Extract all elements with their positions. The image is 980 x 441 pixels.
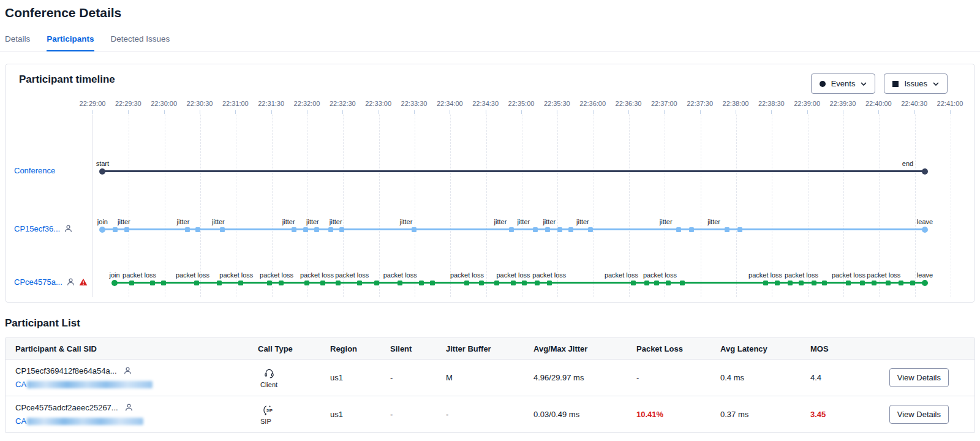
event-marker-issue[interactable] [788,281,793,285]
event-marker-jitter[interactable] [725,227,729,232]
gridline [129,115,129,297]
view-details-button[interactable]: View Details [889,405,949,424]
event-marker-jitter[interactable] [533,227,538,232]
event-marker-issue[interactable] [775,281,780,285]
call-sid-line: CA [15,380,258,389]
event-marker-jitter[interactable] [509,227,514,232]
event-marker-issue[interactable] [479,281,484,285]
call-sid-link[interactable]: CA [15,380,26,389]
event-marker-issue[interactable] [689,227,694,232]
event-marker-issue[interactable] [430,281,435,285]
participant-link[interactable]: CPce4575a... [14,277,62,287]
event-label: packet loss [335,271,369,279]
event-marker-issue[interactable] [150,281,155,285]
event-marker-issue[interactable] [195,227,200,232]
event-marker-issue[interactable] [822,281,827,285]
gridline [557,115,558,297]
event-marker-end[interactable] [922,168,928,175]
event-marker-issue[interactable] [419,281,424,285]
event-marker-issue[interactable] [644,281,649,285]
axis-tickmark [878,110,879,114]
issues-dropdown[interactable]: Issues [884,74,948,94]
event-marker-packet-loss[interactable] [194,281,199,285]
participant-table-head: Participant & Call SIDCall TypeRegionSil… [6,338,974,360]
timeline-row-label: CP15ecf36... [6,223,73,234]
participant-link[interactable]: CP15ecf36... [14,224,60,233]
axis-tick-label: 22:38:30 [758,100,785,107]
event-marker-packet-loss[interactable] [547,281,552,285]
axis-tickmark [307,110,307,114]
event-marker-packet-loss[interactable] [238,281,243,285]
event-marker-packet-loss[interactable] [886,281,891,285]
event-marker-issue[interactable] [545,227,550,232]
participant-link[interactable]: Conference [14,166,55,175]
event-marker-issue[interactable] [113,227,118,232]
event-marker-issue[interactable] [910,281,915,285]
event-marker-issue[interactable] [217,281,222,285]
event-marker-jitter[interactable] [220,227,225,232]
event-marker-issue[interactable] [374,281,379,285]
event-marker-issue[interactable] [872,281,876,285]
event-marker-issue[interactable] [680,281,685,285]
timeline-row-label: CPce4575a... [6,276,88,287]
event-marker-jitter[interactable] [339,227,344,232]
event-marker-issue[interactable] [328,227,333,232]
event-marker-packet-loss[interactable] [763,281,768,285]
event-marker-jitter[interactable] [412,227,417,232]
event-marker-issue[interactable] [336,281,341,285]
tab-participants[interactable]: Participants [47,29,94,51]
event-marker-packet-loss[interactable] [398,281,402,285]
event-marker-jitter[interactable] [588,227,593,232]
event-marker-issue[interactable] [737,227,742,232]
event-marker-issue[interactable] [535,281,540,285]
event-label: packet loss [532,271,566,279]
events-dropdown[interactable]: Events [811,74,876,94]
gridline [200,115,201,297]
event-marker-start[interactable] [99,168,105,175]
event-marker-packet-loss[interactable] [631,281,636,285]
avg-max-jitter-cell: 0.03/0.49 ms [533,410,636,419]
axis-tick-label: 22:36:00 [579,100,606,107]
person-icon [124,403,134,412]
call-type-cell: SIPSIP [258,404,330,425]
event-marker-packet-loss[interactable] [357,281,362,285]
tab-detected-issues[interactable]: Detected Issues [111,29,170,51]
event-marker-issue[interactable] [860,281,865,285]
gridline [701,115,701,297]
event-marker-jitter[interactable] [124,227,129,232]
event-marker-issue[interactable] [161,281,166,285]
event-marker-leave[interactable] [922,280,928,286]
event-marker-issue[interactable] [522,281,527,285]
event-marker-jitter[interactable] [676,227,681,232]
event-marker-issue[interactable] [568,227,573,232]
axis-tickmark [771,110,772,114]
tab-details[interactable]: Details [5,29,30,51]
event-marker-issue[interactable] [666,281,671,285]
event-marker-issue[interactable] [812,281,816,285]
event-marker-join[interactable] [99,227,105,233]
view-details-button[interactable]: View Details [889,368,949,387]
event-marker-issue[interactable] [304,281,309,285]
event-marker-jitter[interactable] [314,227,319,232]
call-sid-link[interactable]: CA [15,417,26,426]
event-marker-packet-loss[interactable] [320,281,325,285]
axis-tick-label: 22:35:30 [544,100,570,107]
event-marker-packet-loss[interactable] [846,281,851,285]
event-marker-packet-loss[interactable] [279,281,284,285]
event-marker-packet-loss[interactable] [799,281,804,285]
event-marker-issue[interactable] [899,281,903,285]
event-marker-jitter[interactable] [292,227,296,232]
event-marker-packet-loss[interactable] [129,281,134,285]
call-type-label: SIP [260,418,330,425]
event-marker-issue[interactable] [303,227,308,232]
event-marker-leave[interactable] [922,227,928,233]
event-marker-packet-loss[interactable] [464,281,469,285]
event-marker-jitter[interactable] [557,227,562,232]
event-marker-issue[interactable] [267,281,272,285]
packet-loss-cell: 10.41% [636,410,720,419]
event-marker-packet-loss[interactable] [654,281,659,285]
event-marker-jitter[interactable] [185,227,190,232]
event-marker-issue[interactable] [494,281,499,285]
event-marker-join[interactable] [111,280,118,286]
event-marker-packet-loss[interactable] [511,281,516,285]
